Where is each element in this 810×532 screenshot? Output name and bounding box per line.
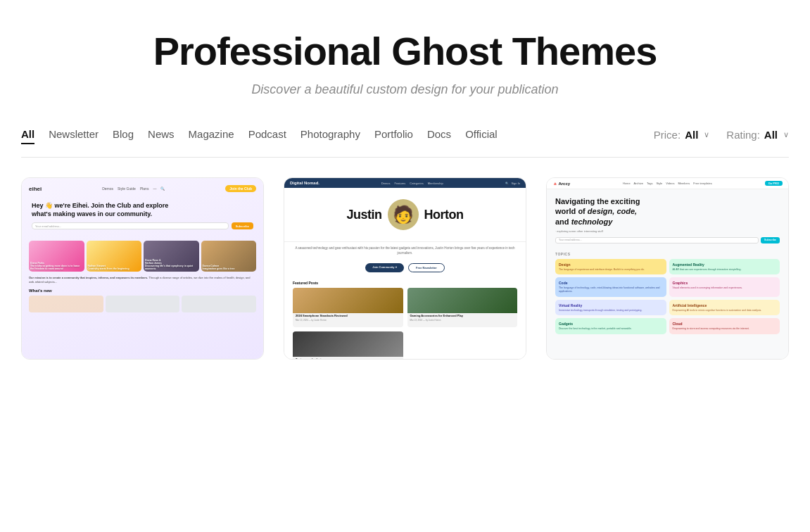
filter-tags: All Newsletter Blog News Magazine Podcas…: [21, 125, 498, 144]
price-value: All: [685, 129, 698, 141]
theme-preview-digital-nomad: Digital Nomad. Demos Features Categories…: [284, 178, 526, 359]
filter-tag-docs[interactable]: Docs: [427, 125, 451, 144]
eihei-bottom-row: [29, 296, 256, 312]
filter-right: Price: All ∨ Rating: All ∨: [654, 129, 789, 141]
rating-label: Rating:: [726, 129, 760, 141]
eihei-topbar: eihei Demos Style Guide Plans — 🔍 Join t…: [29, 185, 256, 192]
digital-avatar: 🧑: [388, 199, 419, 230]
filter-tag-all[interactable]: All: [21, 125, 34, 144]
arccy-topic-ai: Artificial Intelligence Empowering AI to…: [669, 300, 780, 316]
eihei-whats-new-label: What's new: [29, 289, 256, 293]
arccy-topic-design: Design The language of experience and in…: [555, 259, 666, 275]
digital-nav-right: 🔍 Sign In: [505, 182, 520, 185]
eihei-nav: Demos Style Guide Plans — 🔍: [102, 186, 165, 191]
filter-tag-magazine[interactable]: Magazine: [189, 125, 234, 144]
price-chevron-icon: ∨: [704, 130, 709, 139]
arccy-topic-code: Code The language of technology, code, m…: [555, 277, 666, 296]
digital-posts-grid: 2024 Smartphone Standouts Reviewed Mar 1…: [284, 288, 526, 360]
arccy-topic-cloud: Cloud Empowering to store and access com…: [669, 318, 780, 334]
digital-posts-label: Featured Posts: [284, 278, 526, 288]
rating-dropdown[interactable]: Rating: All ∨: [726, 129, 789, 141]
filter-bar: All Newsletter Blog News Magazine Podcas…: [21, 111, 789, 158]
digital-nav: Demos Features Categories Membership: [381, 182, 443, 185]
arccy-topbar: 🔺 Arccy Home Archive Tags Style Videos M…: [547, 178, 788, 189]
digital-hero: Justin 🧑 Horton: [284, 188, 526, 242]
digital-person-name-last: Horton: [424, 208, 464, 221]
digital-post-2: Gaming Accessories for Enhanced Play Mar…: [407, 288, 518, 327]
digital-community-button: Join Community ♥: [365, 263, 404, 272]
filter-tag-official[interactable]: Official: [465, 125, 498, 144]
arccy-hero: Navigating the excitingworld of design, …: [547, 189, 788, 249]
arccy-logo: 🔺 Arccy: [552, 181, 570, 186]
arccy-cta-button: Go PRO: [765, 181, 783, 186]
digital-topbar: Digital Nomad. Demos Features Categories…: [284, 178, 526, 188]
digital-newsletter-button: Free Newsletter: [408, 263, 445, 272]
theme-card-eihei[interactable]: eihei Demos Style Guide Plans — 🔍 Join t…: [21, 177, 264, 360]
theme-preview-eihei: eihei Demos Style Guide Plans — 🔍 Join t…: [22, 178, 263, 359]
eihei-mission: Our mission is to create a community tha…: [29, 276, 256, 284]
eihei-hero: Hey 👋 we're Eihei. Join the Club and exp…: [29, 196, 256, 238]
digital-person-name-first: Justin: [347, 208, 382, 221]
eihei-cards-row: Diana ParksThe tricks to getting more do…: [29, 241, 256, 272]
price-label: Price:: [654, 129, 681, 141]
digital-bio: A seasoned technology and gear enthusias…: [284, 242, 526, 260]
filter-tag-news[interactable]: News: [148, 125, 175, 144]
page-title: Professional Ghost Themes: [21, 28, 789, 74]
digital-post-1: 2024 Smartphone Standouts Reviewed Mar 1…: [293, 288, 403, 327]
eihei-cta-button: Join the Club: [225, 185, 256, 192]
arccy-nav: Home Archive Tags Style Videos Members F…: [623, 182, 712, 185]
filter-tag-blog[interactable]: Blog: [113, 125, 134, 144]
digital-post-3: Typing on a budget Mar 13, 2024: [293, 331, 403, 360]
theme-card-arccy[interactable]: 🔺 Arccy Home Archive Tags Style Videos M…: [546, 177, 789, 360]
filter-tag-photography[interactable]: Photography: [300, 125, 360, 144]
theme-card-digital-nomad[interactable]: Digital Nomad. Demos Features Categories…: [284, 177, 526, 360]
filter-tag-newsletter[interactable]: Newsletter: [49, 125, 99, 144]
page-header: Professional Ghost Themes Discover a bea…: [21, 0, 789, 111]
rating-value: All: [764, 129, 778, 141]
rating-chevron-icon: ∨: [783, 130, 789, 139]
filter-tag-portfolio[interactable]: Portfolio: [374, 125, 413, 144]
theme-preview-arccy: 🔺 Arccy Home Archive Tags Style Videos M…: [547, 178, 788, 359]
page-subtitle: Discover a beautiful custom design for y…: [21, 82, 789, 97]
digital-btns: Join Community ♥ Free Newsletter: [284, 260, 526, 278]
arccy-topic-ar: Augmented Reality All AR that can see ex…: [669, 259, 780, 275]
arccy-topic-graphics: Graphics Visual elements used in conveyi…: [669, 277, 780, 296]
arccy-topics-grid: Design The language of experience and in…: [547, 259, 788, 340]
eihei-email-row: Your email address... Subscribe: [32, 222, 253, 229]
themes-grid: eihei Demos Style Guide Plans — 🔍 Join t…: [21, 158, 789, 379]
arccy-topic-vr: Virtual Reality Immersive technology tra…: [555, 300, 666, 316]
filter-tag-podcast[interactable]: Podcast: [248, 125, 286, 144]
digital-logo: Digital Nomad.: [290, 181, 319, 185]
eihei-logo: eihei: [29, 186, 42, 192]
arccy-topics-label: TOPICS: [547, 249, 788, 259]
price-dropdown[interactable]: Price: All ∨: [654, 129, 710, 141]
arccy-topic-gadgets: Gadgets Discover the best technology in …: [555, 318, 666, 334]
